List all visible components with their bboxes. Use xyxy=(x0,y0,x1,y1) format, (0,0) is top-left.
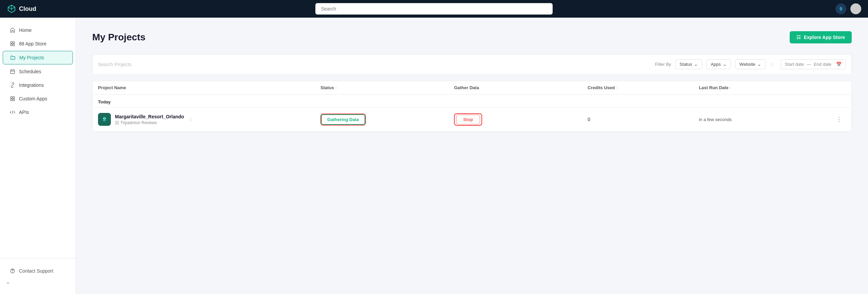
project-status-cell: Gathering Data xyxy=(320,114,454,125)
section-today: Today xyxy=(93,95,851,107)
col-status-label: Status xyxy=(320,85,334,90)
search-area xyxy=(315,3,553,15)
sidebar-item-contact-support[interactable]: Contact Support xyxy=(3,264,73,277)
sidebar-item-home[interactable]: Home xyxy=(3,24,73,37)
svg-rect-3 xyxy=(13,44,15,46)
project-app-text: Tripadvisor Reviews xyxy=(115,120,184,125)
sidebar-item-custom-apps[interactable]: Custom Apps xyxy=(3,92,73,105)
svg-rect-23 xyxy=(117,123,119,124)
svg-rect-1 xyxy=(13,42,15,43)
gather-data-cell: Stop xyxy=(454,113,588,126)
sidebar-item-schedules[interactable]: Schedules xyxy=(3,65,73,78)
svg-rect-21 xyxy=(117,121,119,122)
calendar-icon: 📅 xyxy=(836,62,842,67)
row-actions-cell: ⋮ xyxy=(832,116,846,123)
calendar-icon xyxy=(9,68,16,75)
favorites-filter-star[interactable]: ☆ xyxy=(770,61,776,68)
project-favorite-star[interactable]: ☆ xyxy=(188,116,193,123)
user-avatar[interactable] xyxy=(850,3,861,14)
sidebar-item-app-store[interactable]: 88 App Store xyxy=(3,37,73,50)
topnav: Cloud 9 xyxy=(0,0,868,18)
layout: Home 88 App Store My Projects Schedules xyxy=(0,0,868,294)
col-last-run-date[interactable]: Last Run Date ↕ xyxy=(699,85,832,90)
website-filter-dropdown[interactable]: Website ⌄ xyxy=(735,59,766,69)
svg-rect-2 xyxy=(11,44,12,46)
apps-filter-dropdown[interactable]: Apps ⌄ xyxy=(706,59,731,69)
explore-btn-label: Explore App Store xyxy=(804,35,845,40)
sidebar-nav: Home 88 App Store My Projects Schedules xyxy=(0,18,76,258)
sidebar-item-app-store-label: 88 App Store xyxy=(19,41,46,46)
main-content: My Projects ☷ Explore App Store Search P… xyxy=(76,18,868,294)
global-search-input[interactable] xyxy=(315,3,553,15)
website-filter-label: Website xyxy=(739,62,755,67)
table-header: Project Name Status ↕ Gather Data Credit… xyxy=(93,81,851,95)
sidebar-item-integrations[interactable]: Integrations xyxy=(3,79,73,92)
search-projects-input-area[interactable]: Search Projects xyxy=(98,62,651,67)
stop-btn-highlight: Stop xyxy=(454,113,482,126)
col-credits-used[interactable]: Credits Used ↕ xyxy=(588,85,699,90)
project-info: Margaritaville_Resort_Orlando Tripadviso… xyxy=(115,114,184,125)
status-text: Gathering Data xyxy=(327,117,359,122)
sidebar-item-my-projects-label: My Projects xyxy=(19,55,44,60)
sidebar-item-apis[interactable]: APIs xyxy=(3,106,73,119)
filter-by-label: Filter By xyxy=(655,62,671,67)
sort-credits-icon: ↕ xyxy=(616,86,618,90)
sidebar-item-home-label: Home xyxy=(19,27,32,33)
puzzle-icon xyxy=(9,96,16,102)
svg-rect-12 xyxy=(13,99,15,101)
code-icon xyxy=(9,109,16,115)
notification-count: 9 xyxy=(840,6,842,12)
page-title: My Projects xyxy=(92,32,145,43)
page-header: My Projects ☷ Explore App Store xyxy=(92,31,852,43)
sort-last-run-icon: ↕ xyxy=(730,86,732,90)
status-filter-label: Status xyxy=(679,62,692,67)
status-filter-dropdown[interactable]: Status ⌄ xyxy=(675,59,702,69)
sidebar-item-apis-label: APIs xyxy=(19,110,29,115)
notification-button[interactable]: 9 xyxy=(835,3,846,14)
project-app-name: Tripadvisor Reviews xyxy=(120,120,157,125)
sidebar-bottom: Contact Support « xyxy=(0,258,76,294)
col-project-name: Project Name xyxy=(98,85,320,90)
stop-button[interactable]: Stop xyxy=(456,115,480,124)
sort-status-icon: ↕ xyxy=(335,86,337,90)
col-gather-data-label: Gather Data xyxy=(454,85,479,90)
explore-app-store-button[interactable]: ☷ Explore App Store xyxy=(790,31,852,43)
folder-icon xyxy=(10,55,16,61)
stop-btn-label: Stop xyxy=(463,117,473,122)
home-icon xyxy=(9,27,16,33)
project-name-text: Margaritaville_Resort_Orlando xyxy=(115,114,184,119)
col-credits-used-label: Credits Used xyxy=(588,85,615,90)
sidebar-item-my-projects[interactable]: My Projects xyxy=(3,51,73,64)
table-row: Margaritaville_Resort_Orlando Tripadviso… xyxy=(93,107,851,132)
sidebar-item-integrations-label: Integrations xyxy=(19,82,44,88)
projects-table: Project Name Status ↕ Gather Data Credit… xyxy=(92,81,852,132)
svg-rect-11 xyxy=(11,99,12,101)
support-icon xyxy=(9,268,16,274)
chevron-down-status-icon: ⌄ xyxy=(694,62,698,67)
chevron-left-icon: « xyxy=(7,280,9,285)
more-options-button[interactable]: ⋮ xyxy=(836,116,842,123)
svg-rect-0 xyxy=(11,42,12,43)
last-run-date-cell: in a few seconds xyxy=(699,117,832,122)
contact-support-label: Contact Support xyxy=(19,268,53,274)
apps-filter-label: Apps xyxy=(711,62,721,67)
search-projects-placeholder: Search Projects xyxy=(98,62,132,67)
col-status[interactable]: Status ↕ xyxy=(320,85,454,90)
svg-line-8 xyxy=(12,84,13,86)
end-date-label: End date xyxy=(814,62,831,67)
sidebar: Home 88 App Store My Projects Schedules xyxy=(0,18,76,294)
svg-point-15 xyxy=(12,272,13,273)
start-date-label: Start date xyxy=(785,62,804,67)
svg-rect-10 xyxy=(13,97,15,98)
app-icon xyxy=(115,121,119,125)
date-range-picker[interactable]: Start date — End date 📅 xyxy=(781,59,846,69)
col-actions xyxy=(832,85,846,90)
link-icon xyxy=(9,82,16,88)
collapse-button[interactable]: « xyxy=(0,278,76,287)
project-icon xyxy=(98,113,111,126)
chevron-down-apps-icon: ⌄ xyxy=(723,62,727,67)
svg-rect-9 xyxy=(11,97,12,98)
svg-point-18 xyxy=(103,118,104,119)
col-gather-data: Gather Data xyxy=(454,85,588,90)
last-run-date-value: in a few seconds xyxy=(699,117,732,122)
